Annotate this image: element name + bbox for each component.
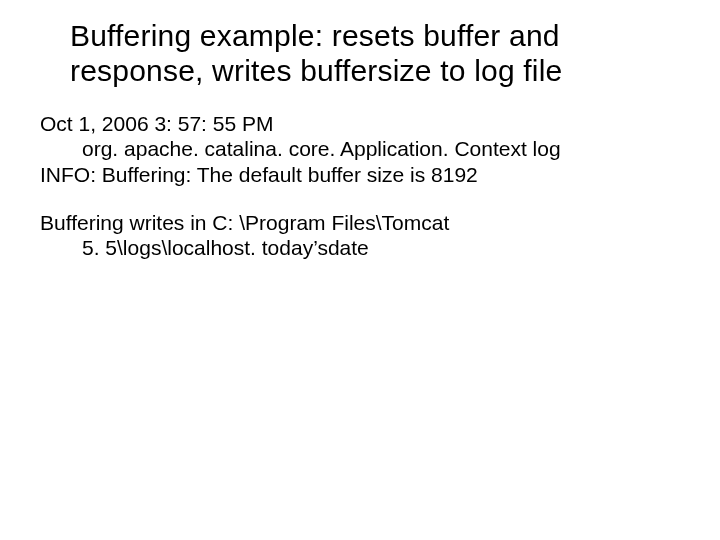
title-line-1: Buffering example: resets buffer and [70, 18, 680, 53]
log-line-1: Oct 1, 2006 3: 57: 55 PM [40, 111, 680, 137]
log-block: Oct 1, 2006 3: 57: 55 PM org. apache. ca… [40, 111, 680, 188]
note-block: Buffering writes in C: \Program Files\To… [40, 210, 680, 261]
log-line-3: INFO: Buffering: The default buffer size… [40, 162, 680, 188]
log-line-2: org. apache. catalina. core. Application… [40, 136, 680, 162]
slide-body: Oct 1, 2006 3: 57: 55 PM org. apache. ca… [40, 111, 680, 261]
title-line-2: response, writes buffersize to log file [70, 53, 680, 88]
note-line-2: 5. 5\logs\localhost. today’sdate [40, 235, 680, 261]
note-line-1: Buffering writes in C: \Program Files\To… [40, 210, 680, 236]
slide-title: Buffering example: resets buffer and res… [70, 18, 680, 89]
slide: Buffering example: resets buffer and res… [0, 0, 720, 540]
